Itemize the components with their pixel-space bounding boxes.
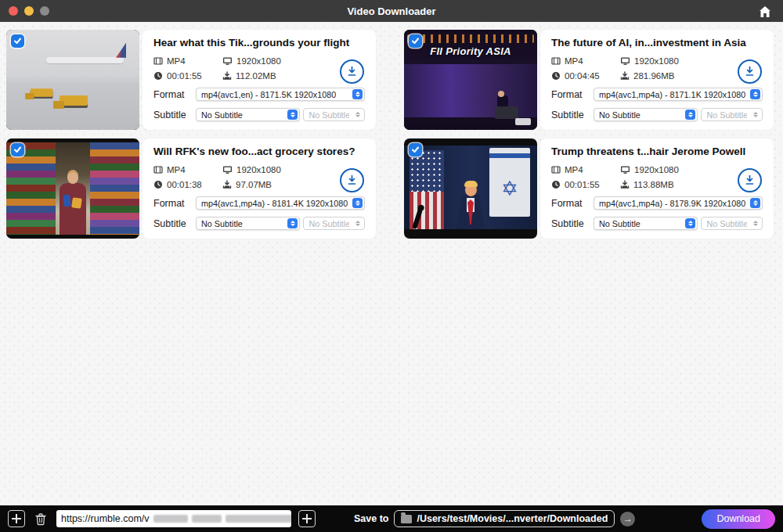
subtitle-row: Subtitle No Subtitle No Subtitle [551,217,763,230]
subtitle-select-value: No Subtitle [201,219,243,228]
download-item-button[interactable] [738,168,762,192]
film-icon [551,56,561,66]
video-title: Will RFK's new foo...act grocery stores? [153,146,365,157]
url-value: https://rumble.com/v [61,513,150,524]
subtitle-row: Subtitle No Subtitle No Subtitle [551,108,763,121]
display-icon [222,165,233,174]
size-meta: 281.96MB [620,71,716,81]
video-thumbnail[interactable]: ✡ [404,138,537,239]
display-icon [620,165,630,174]
video-title: Trump threatens t...hair Jerome Powell [551,146,763,157]
arrow-right-icon: → [623,513,633,524]
duration-meta: 00:01:55 [551,180,620,189]
video-meta: MP4 1920x1080 00:01:55 112.02MB [153,56,318,81]
resolution-value: 1920x1080 [634,165,679,174]
add-to-list-button[interactable] [298,510,316,527]
checkmark-icon [13,146,22,154]
format-select-value: mp4(avc1,mp4a) - 8171.1K 1920x1080 [599,90,745,99]
format-label: Format [153,89,193,100]
size-value: 281.96MB [633,71,674,81]
add-url-button[interactable] [8,510,25,527]
size-meta: 112.02MB [222,71,318,81]
subtitle-secondary-value: No Subtitle [706,110,747,120]
clock-icon [551,180,561,189]
checkmark-icon [13,37,22,45]
open-folder-button[interactable]: → [620,512,635,527]
subtitle-select[interactable]: No Subtitle [594,108,698,121]
download-all-button[interactable]: Download [702,509,775,529]
video-info-panel: The future of AI, in...investment in Asi… [540,30,774,130]
download-item-button[interactable] [738,59,762,84]
resolution-value: 1920x1080 [236,56,281,66]
subtitle-select[interactable]: No Subtitle [594,217,698,230]
size-value: 112.02MB [236,71,276,81]
stepper-icon [352,89,363,99]
checkmark-icon [411,146,420,154]
download-arrow-icon [744,66,756,77]
duration-meta: 00:01:38 [153,180,222,189]
format-value: MP4 [565,56,583,66]
subtitle-select[interactable]: No Subtitle [196,108,300,121]
file-size-icon [620,71,630,81]
redacted-url-segment [192,515,222,523]
format-select[interactable]: mp4(avc1,mp4a) - 8181.4K 1920x1080 [196,196,365,210]
subtitle-row: Subtitle No Subtitle No Subtitle [153,108,365,121]
subtitle-secondary-select: No Subtitle [303,108,365,121]
download-arrow-icon [744,174,756,186]
home-icon [758,5,772,19]
duration-value: 00:01:38 [167,180,202,189]
format-select[interactable]: mp4(avc1,mp4a) - 8178.9K 1920x1080 [594,196,763,210]
thumbnail-image [6,142,139,235]
video-info-panel: Will RFK's new foo...act grocery stores?… [143,138,376,239]
format-value: MP4 [167,165,186,174]
stepper-icon [750,89,760,99]
traffic-lights [9,6,49,16]
minimize-window-button[interactable] [24,6,34,16]
file-size-icon [620,180,630,189]
clock-icon [551,71,561,81]
checkmark-icon [411,37,420,45]
save-to-group: Save to /Users/test/Movies/...nverter/Do… [354,510,635,527]
select-checkbox[interactable] [11,34,24,48]
format-row: Format mp4(avc1,mp4a) - 8181.4K 1920x108… [153,196,365,210]
video-list: Hear what this Tik...grounds your flight… [0,22,783,505]
format-value: MP4 [167,56,186,66]
folder-icon [401,515,412,523]
duration-value: 00:01:55 [167,71,202,81]
size-meta: 113.88MB [620,180,716,189]
format-select[interactable]: mp4(avc1,mp4a) - 8171.1K 1920x1080 [594,88,763,101]
thumbnail-image: FII Priority ASIA [404,30,537,130]
duration-meta: 00:04:45 [551,71,620,81]
select-checkbox[interactable] [409,143,422,156]
subtitle-secondary-select: No Subtitle [701,217,763,230]
video-thumbnail[interactable] [6,30,139,130]
subtitle-select-value: No Subtitle [201,110,243,120]
close-window-button[interactable] [9,6,18,16]
select-checkbox[interactable] [409,34,422,48]
save-path-button[interactable]: /Users/test/Movies/...nverter/Downloaded [394,510,615,527]
video-info-panel: Trump threatens t...hair Jerome Powell M… [540,138,774,239]
resolution-value: 1920x1080 [634,56,679,66]
subtitle-select-value: No Subtitle [599,219,640,228]
video-title: The future of AI, in...investment in Asi… [551,37,763,49]
format-row: Format mp4(avc1,en) - 8171.5K 1920x1080 [153,88,365,101]
subtitle-label: Subtitle [551,110,590,120]
home-button[interactable] [756,3,774,20]
select-checkbox[interactable] [11,143,24,156]
stepper-icon [685,110,695,120]
video-thumbnail[interactable] [6,138,139,239]
download-item-button[interactable] [340,168,364,192]
resolution-meta: 1920x1080 [620,56,716,66]
delete-button[interactable] [32,510,49,527]
display-icon [620,56,630,66]
stepper-icon [287,110,298,120]
download-item-button[interactable] [340,59,364,84]
format-row: Format mp4(avc1,mp4a) - 8171.1K 1920x108… [551,88,763,101]
video-thumbnail[interactable]: FII Priority ASIA [404,30,537,130]
film-icon [153,56,163,66]
format-value: MP4 [565,165,583,174]
format-select[interactable]: mp4(avc1,en) - 8171.5K 1920x1080 [196,88,365,101]
subtitle-select[interactable]: No Subtitle [196,217,300,230]
url-input[interactable]: https://rumble.com/v [56,510,291,527]
zoom-window-button [40,6,49,16]
